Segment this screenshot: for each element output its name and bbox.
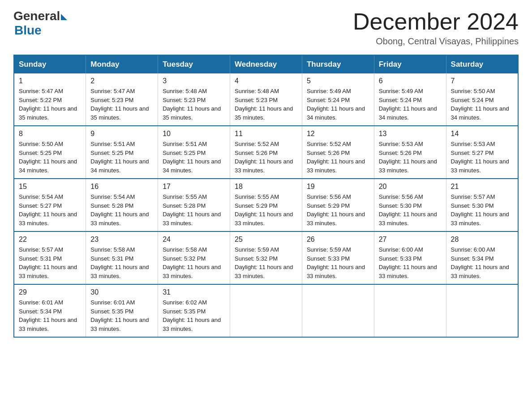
calendar-cell: 20Sunrise: 5:56 AMSunset: 5:30 PMDayligh… [374, 179, 446, 231]
day-number: 11 [235, 130, 297, 138]
day-number: 19 [307, 183, 369, 191]
day-info: Sunrise: 6:00 AMSunset: 5:33 PMDaylight:… [379, 245, 442, 280]
calendar-cell: 17Sunrise: 5:55 AMSunset: 5:28 PMDayligh… [158, 179, 230, 231]
day-info: Sunrise: 5:47 AMSunset: 5:23 PMDaylight:… [90, 87, 153, 122]
calendar-header-friday: Friday [374, 55, 446, 73]
calendar-cell: 11Sunrise: 5:52 AMSunset: 5:26 PMDayligh… [230, 126, 302, 179]
day-number: 25 [235, 235, 297, 244]
calendar-cell: 14Sunrise: 5:53 AMSunset: 5:27 PMDayligh… [446, 126, 518, 179]
day-number: 1 [19, 77, 81, 85]
day-info: Sunrise: 5:48 AMSunset: 5:23 PMDaylight:… [163, 87, 225, 122]
day-info: Sunrise: 5:54 AMSunset: 5:27 PMDaylight:… [19, 193, 81, 227]
calendar-cell: 25Sunrise: 5:59 AMSunset: 5:32 PMDayligh… [230, 231, 302, 284]
day-info: Sunrise: 5:49 AMSunset: 5:24 PMDaylight:… [307, 87, 369, 122]
calendar-cell: 12Sunrise: 5:52 AMSunset: 5:26 PMDayligh… [302, 126, 374, 179]
day-info: Sunrise: 5:58 AMSunset: 5:32 PMDaylight:… [163, 245, 225, 280]
calendar-cell: 21Sunrise: 5:57 AMSunset: 5:30 PMDayligh… [446, 179, 518, 231]
day-info: Sunrise: 5:51 AMSunset: 5:25 PMDaylight:… [90, 140, 153, 175]
day-number: 6 [379, 77, 442, 85]
day-number: 22 [19, 235, 81, 244]
day-info: Sunrise: 5:54 AMSunset: 5:28 PMDaylight:… [90, 193, 153, 227]
day-number: 29 [19, 288, 81, 296]
calendar-cell [446, 284, 518, 337]
calendar-cell: 16Sunrise: 5:54 AMSunset: 5:28 PMDayligh… [86, 179, 158, 231]
calendar-cell: 31Sunrise: 6:02 AMSunset: 5:35 PMDayligh… [158, 284, 230, 337]
day-info: Sunrise: 5:57 AMSunset: 5:31 PMDaylight:… [19, 245, 81, 280]
calendar-cell: 28Sunrise: 6:00 AMSunset: 5:34 PMDayligh… [446, 231, 518, 284]
day-number: 23 [90, 235, 153, 244]
logo-general-text: General [13, 9, 60, 23]
logo: General Blue [13, 9, 67, 38]
logo-blue-text: Blue [14, 23, 42, 38]
day-info: Sunrise: 6:00 AMSunset: 5:34 PMDaylight:… [451, 245, 513, 280]
calendar-cell: 24Sunrise: 5:58 AMSunset: 5:32 PMDayligh… [158, 231, 230, 284]
calendar-cell: 13Sunrise: 5:53 AMSunset: 5:26 PMDayligh… [374, 126, 446, 179]
month-title: December 2024 [353, 9, 519, 34]
day-info: Sunrise: 5:51 AMSunset: 5:25 PMDaylight:… [163, 140, 225, 175]
day-number: 26 [307, 235, 369, 244]
calendar-week-row: 1Sunrise: 5:47 AMSunset: 5:22 PMDaylight… [14, 73, 518, 126]
calendar-table: SundayMondayTuesdayWednesdayThursdayFrid… [13, 55, 519, 338]
day-number: 2 [90, 77, 153, 85]
calendar-cell: 15Sunrise: 5:54 AMSunset: 5:27 PMDayligh… [14, 179, 86, 231]
day-info: Sunrise: 5:52 AMSunset: 5:26 PMDaylight:… [235, 140, 297, 175]
day-number: 9 [90, 130, 153, 138]
day-info: Sunrise: 5:53 AMSunset: 5:27 PMDaylight:… [451, 140, 513, 175]
day-number: 10 [163, 130, 225, 138]
calendar-header-wednesday: Wednesday [230, 55, 302, 73]
day-number: 20 [379, 183, 442, 191]
day-number: 12 [307, 130, 369, 138]
calendar-cell: 18Sunrise: 5:55 AMSunset: 5:29 PMDayligh… [230, 179, 302, 231]
day-info: Sunrise: 6:02 AMSunset: 5:35 PMDaylight:… [163, 298, 225, 333]
day-number: 21 [451, 183, 513, 191]
day-info: Sunrise: 6:01 AMSunset: 5:34 PMDaylight:… [19, 298, 81, 333]
calendar-cell: 23Sunrise: 5:58 AMSunset: 5:31 PMDayligh… [86, 231, 158, 284]
calendar-cell: 19Sunrise: 5:56 AMSunset: 5:29 PMDayligh… [302, 179, 374, 231]
day-number: 14 [451, 130, 513, 138]
calendar-cell [302, 284, 374, 337]
calendar-cell: 30Sunrise: 6:01 AMSunset: 5:35 PMDayligh… [86, 284, 158, 337]
page-header: General Blue December 2024 Obong, Centra… [13, 9, 519, 47]
calendar-cell: 2Sunrise: 5:47 AMSunset: 5:23 PMDaylight… [86, 73, 158, 126]
calendar-header-sunday: Sunday [14, 55, 86, 73]
day-info: Sunrise: 5:52 AMSunset: 5:26 PMDaylight:… [307, 140, 369, 175]
day-number: 30 [90, 288, 153, 296]
location-text: Obong, Central Visayas, Philippines [353, 36, 519, 47]
day-number: 18 [235, 183, 297, 191]
day-number: 17 [163, 183, 225, 191]
calendar-cell: 1Sunrise: 5:47 AMSunset: 5:22 PMDaylight… [14, 73, 86, 126]
logo-arrow-icon [61, 14, 67, 20]
calendar-cell: 7Sunrise: 5:50 AMSunset: 5:24 PMDaylight… [446, 73, 518, 126]
title-section: December 2024 Obong, Central Visayas, Ph… [353, 9, 519, 47]
day-number: 28 [451, 235, 513, 244]
calendar-cell: 22Sunrise: 5:57 AMSunset: 5:31 PMDayligh… [14, 231, 86, 284]
day-number: 16 [90, 183, 153, 191]
calendar-cell [374, 284, 446, 337]
day-number: 15 [19, 183, 81, 191]
day-info: Sunrise: 5:49 AMSunset: 5:24 PMDaylight:… [379, 87, 442, 122]
calendar-cell: 6Sunrise: 5:49 AMSunset: 5:24 PMDaylight… [374, 73, 446, 126]
calendar-cell: 29Sunrise: 6:01 AMSunset: 5:34 PMDayligh… [14, 284, 86, 337]
day-info: Sunrise: 5:59 AMSunset: 5:33 PMDaylight:… [307, 245, 369, 280]
day-info: Sunrise: 5:50 AMSunset: 5:24 PMDaylight:… [451, 87, 513, 122]
day-info: Sunrise: 5:53 AMSunset: 5:26 PMDaylight:… [379, 140, 442, 175]
calendar-cell: 4Sunrise: 5:48 AMSunset: 5:23 PMDaylight… [230, 73, 302, 126]
calendar-cell: 26Sunrise: 5:59 AMSunset: 5:33 PMDayligh… [302, 231, 374, 284]
day-number: 5 [307, 77, 369, 85]
day-info: Sunrise: 5:59 AMSunset: 5:32 PMDaylight:… [235, 245, 297, 280]
day-info: Sunrise: 5:56 AMSunset: 5:30 PMDaylight:… [379, 193, 442, 227]
day-number: 3 [163, 77, 225, 85]
calendar-week-row: 15Sunrise: 5:54 AMSunset: 5:27 PMDayligh… [14, 179, 518, 231]
calendar-header-thursday: Thursday [302, 55, 374, 73]
calendar-cell: 9Sunrise: 5:51 AMSunset: 5:25 PMDaylight… [86, 126, 158, 179]
day-info: Sunrise: 5:55 AMSunset: 5:29 PMDaylight:… [235, 193, 297, 227]
calendar-cell: 3Sunrise: 5:48 AMSunset: 5:23 PMDaylight… [158, 73, 230, 126]
day-info: Sunrise: 5:48 AMSunset: 5:23 PMDaylight:… [235, 87, 297, 122]
day-number: 4 [235, 77, 297, 85]
calendar-week-row: 8Sunrise: 5:50 AMSunset: 5:25 PMDaylight… [14, 126, 518, 179]
calendar-cell: 5Sunrise: 5:49 AMSunset: 5:24 PMDaylight… [302, 73, 374, 126]
calendar-cell: 27Sunrise: 6:00 AMSunset: 5:33 PMDayligh… [374, 231, 446, 284]
day-number: 8 [19, 130, 81, 138]
calendar-week-row: 29Sunrise: 6:01 AMSunset: 5:34 PMDayligh… [14, 284, 518, 337]
calendar-cell: 8Sunrise: 5:50 AMSunset: 5:25 PMDaylight… [14, 126, 86, 179]
